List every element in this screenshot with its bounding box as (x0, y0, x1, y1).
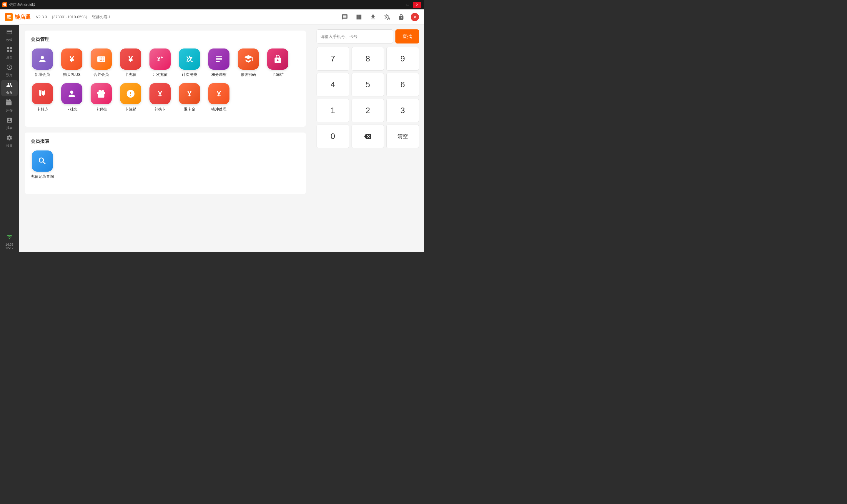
func-recharge-query[interactable]: 充值记录查询 (31, 150, 54, 179)
buy-plus-label: 购买PLUS (63, 72, 81, 77)
func-card-unhang[interactable]: 卡解挂 (89, 83, 113, 112)
num-4[interactable]: 4 (316, 73, 349, 96)
func-card-recharge[interactable]: ¥ 卡充值 (119, 49, 142, 77)
sidebar-label-cashier: 收银 (6, 38, 13, 42)
sidebar-item-inventory[interactable]: 库存 (1, 97, 18, 114)
search-row: 查找 (316, 30, 419, 43)
sidebar-item-reservation[interactable]: 预定 (1, 62, 18, 79)
app-header: 链 链店通 V2.3.0 [373001-1010-0598] 张赫の店-1 (0, 10, 424, 25)
title-bar-left: 链 链店通Android版 (2, 2, 36, 7)
title-bar-controls: — □ ✕ (394, 2, 421, 7)
clock-time: 14:33 (5, 243, 14, 246)
func-refund-card[interactable]: ¥ 退卡金 (178, 83, 201, 112)
wifi-icon (6, 234, 13, 241)
translate-icon[interactable] (382, 12, 392, 22)
content-area: 会员管理 新增会员 ¥ 购买PLUS (19, 25, 312, 252)
func-card-lost[interactable]: 卡挂失 (60, 83, 84, 112)
app-icon: 链 (2, 2, 7, 7)
message-icon[interactable] (340, 12, 349, 22)
card-recharge-label: 卡充值 (125, 72, 137, 77)
close-button[interactable]: ✕ (413, 2, 421, 7)
num-1[interactable]: 1 (316, 99, 349, 122)
func-count-consume[interactable]: 次 计次消费 (178, 49, 201, 77)
title-bar: 链 链店通Android版 — □ ✕ (0, 0, 424, 10)
recharge-query-label: 充值记录查询 (31, 174, 54, 179)
header-store-id: [373001-1010-0598] (52, 15, 87, 19)
func-card-cancel[interactable]: 卡注销 (119, 83, 142, 112)
card-recharge-icon: ¥ (120, 49, 141, 70)
header-store-name: 张赫の店-1 (92, 14, 111, 20)
sidebar: 收银 桌台 预定 会员 库存 (0, 25, 19, 252)
search-button[interactable]: 查找 (395, 30, 419, 43)
card-lost-icon (61, 83, 82, 104)
lock-icon[interactable] (397, 12, 406, 22)
close-app-icon[interactable] (411, 13, 419, 21)
main-layout: 收银 桌台 预定 会员 库存 (0, 25, 424, 252)
error-process-icon: ¥ (208, 83, 229, 104)
replace-card-icon: ¥ (150, 83, 171, 104)
header-icons (340, 12, 419, 22)
buy-plus-icon: ¥ (61, 49, 82, 70)
num-0[interactable]: 0 (316, 125, 349, 148)
card-unfreeze-label: 卡解冻 (37, 107, 48, 112)
inventory-icon (6, 99, 13, 107)
app-logo: 链 链店通 V2.3.0 [373001-1010-0598] 张赫の店-1 (5, 13, 110, 21)
card-freeze-icon (267, 49, 288, 70)
func-new-member[interactable]: 新增会员 (31, 49, 54, 77)
func-replace-card[interactable]: ¥ 补换卡 (148, 83, 172, 112)
count-consume-label: 计次消费 (182, 72, 197, 77)
num-9[interactable]: 9 (386, 47, 419, 71)
sidebar-item-report[interactable]: 报表 (1, 115, 18, 132)
download-icon[interactable] (368, 12, 378, 22)
sidebar-label-inventory: 库存 (6, 108, 13, 112)
table-icon (6, 47, 13, 54)
sidebar-item-cashier[interactable]: 收银 (1, 27, 18, 43)
maximize-button[interactable]: □ (404, 2, 412, 7)
sidebar-label-report: 报表 (6, 126, 13, 130)
grid-icon[interactable] (354, 12, 364, 22)
clear-button[interactable]: 清空 (386, 125, 419, 148)
sidebar-item-member[interactable]: 会员 (1, 80, 18, 96)
count-recharge-label: 计次充值 (152, 72, 168, 77)
count-consume-icon: 次 (179, 49, 200, 70)
sidebar-label-member: 会员 (6, 91, 13, 95)
merge-member-label: 合并会员 (93, 72, 109, 77)
func-count-recharge[interactable]: ¥+ 计次充值 (148, 49, 172, 77)
num-2[interactable]: 2 (351, 99, 384, 122)
numpad-grid: 7 8 9 4 5 6 1 2 3 0 清空 (316, 47, 419, 148)
member-management-section: 会员管理 新增会员 ¥ 购买PLUS (25, 31, 306, 127)
func-change-pwd[interactable]: 修改密码 (237, 49, 260, 77)
num-7[interactable]: 7 (316, 47, 349, 71)
minimize-button[interactable]: — (394, 2, 402, 7)
func-card-freeze[interactable]: 卡冻结 (266, 49, 290, 77)
sidebar-item-table[interactable]: 桌台 (1, 45, 18, 61)
func-merge-member[interactable]: 合并会员 (89, 49, 113, 77)
num-6[interactable]: 6 (386, 73, 419, 96)
recharge-query-icon (32, 150, 53, 172)
count-recharge-icon: ¥+ (150, 49, 171, 70)
reservation-icon (6, 64, 13, 72)
func-error-process[interactable]: ¥ 错冲处理 (207, 83, 231, 112)
sidebar-bottom: 14:33 12-17 (5, 234, 14, 252)
num-3[interactable]: 3 (386, 99, 419, 122)
func-points-adjust[interactable]: 积分调整 (207, 49, 231, 77)
func-buy-plus[interactable]: ¥ 购买PLUS (60, 49, 84, 77)
search-input[interactable] (316, 30, 393, 43)
refund-card-icon: ¥ (179, 83, 200, 104)
points-adjust-icon (208, 49, 229, 70)
sidebar-item-settings[interactable]: 设置 (1, 133, 18, 149)
func-card-unfreeze[interactable]: 卡解冻 (31, 83, 54, 112)
error-process-label: 错冲处理 (211, 107, 226, 112)
clock-date: 12-17 (5, 246, 14, 250)
num-8[interactable]: 8 (351, 47, 384, 71)
member-report-grid: 充值记录查询 (31, 150, 300, 179)
card-unhang-icon (91, 83, 112, 104)
sidebar-label-settings: 设置 (6, 143, 13, 148)
member-report-title: 会员报表 (31, 139, 300, 145)
header-version: V2.3.0 (36, 15, 47, 19)
backspace-button[interactable] (351, 125, 384, 148)
num-5[interactable]: 5 (351, 73, 384, 96)
time-display: 14:33 12-17 (5, 243, 14, 250)
card-cancel-icon (120, 83, 141, 104)
card-freeze-label: 卡冻结 (272, 72, 283, 77)
